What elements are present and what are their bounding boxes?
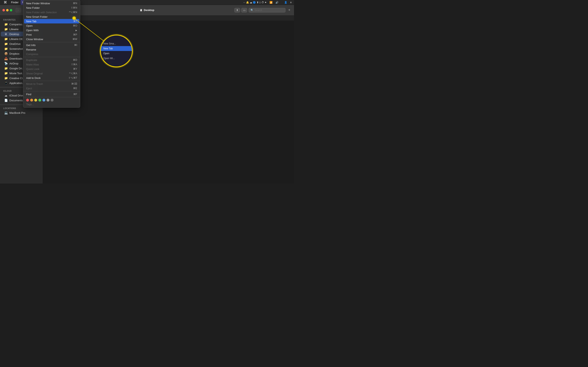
menu-open[interactable]: Open ⌘O — [23, 24, 80, 28]
menu-item-shortcut: ⌘W — [72, 38, 77, 41]
menu-item-label: New Tab — [26, 20, 36, 23]
menu-new-folder[interactable]: New Folder ⇧⌘N — [23, 6, 80, 10]
folder-icon: 📁 — [4, 37, 8, 41]
traffic-lights — [2, 9, 12, 11]
menu-item-shortcut: ⌘N — [73, 2, 77, 5]
callout-item-new-smart: New Sma... — [101, 41, 132, 46]
menu-bar-extras: ··· 🔔 ☁ 🔵 ⬆ □ ⏱ ✦ — [242, 1, 268, 4]
close-button[interactable] — [2, 9, 5, 11]
fullscreen-button[interactable] — [10, 9, 12, 11]
menu-item-shortcut: ⌘D — [73, 58, 77, 61]
tags-label[interactable]: Tags... — [23, 102, 80, 107]
menu-item-label: Show Original — [26, 72, 43, 75]
menu-divider-4 — [23, 91, 80, 91]
downloads-icon: 📥 — [4, 57, 8, 60]
menu-item-label: Quick Look — [26, 67, 39, 71]
folder-icon: 📁 — [4, 42, 8, 45]
icloud-icon: ☁ — [4, 94, 8, 97]
tag-orange[interactable] — [30, 99, 33, 101]
tag-gray2[interactable] — [51, 99, 53, 101]
folder-icon: 📁 — [4, 47, 8, 50]
menu-print[interactable]: Print ⌘P — [23, 33, 80, 37]
menu-make-alias[interactable]: Make Alias ⇧⌘A — [23, 62, 80, 67]
menu-quick-look[interactable]: Quick Look ⌘Y — [23, 67, 80, 71]
menu-compress[interactable]: Compress — [23, 52, 80, 56]
sidebar-item-label: Google Dri... — [9, 67, 24, 70]
color-tags — [23, 98, 80, 102]
file-menu-dropdown: New Finder Window ⌘N New Folder ⇧⌘N New … — [23, 0, 80, 108]
menu-rename[interactable]: Rename — [23, 47, 80, 52]
menu-finder[interactable]: Finder — [9, 0, 20, 5]
menu-move-to-trash[interactable]: Move to Trash ⌘⌫ — [23, 82, 80, 86]
sidebar-item-macbook-pro[interactable]: 💻 MacBook Pro — [1, 110, 42, 115]
toolbar-title: 🖥 Desktop — [140, 8, 154, 12]
documents-icon: 📄 — [4, 99, 8, 102]
folder-icon: 🖥 — [140, 8, 143, 12]
folder-icon: 📁 — [4, 27, 8, 31]
search-bar[interactable]: 🔍 Search — [249, 8, 285, 12]
add-tab-button[interactable]: + — [287, 8, 292, 12]
folder-icon: 📁 — [4, 67, 8, 70]
sidebar-item-label: Creative Cl... — [9, 77, 25, 80]
share-button[interactable]: ⬆ — [234, 8, 240, 12]
main-content: ☁ iCloud Drive › 🖥 Desktop — [43, 16, 294, 184]
control-center: ≡ — [289, 1, 292, 4]
menu-show-original[interactable]: Show Original ^⌥⌘A — [23, 71, 80, 76]
sidebar-item-label: Movie Tool... — [9, 72, 24, 75]
tag-red[interactable] — [26, 99, 29, 101]
back-button[interactable]: ‹ — [16, 8, 21, 12]
breadcrumb-bar: ☁ iCloud Drive › 🖥 Desktop — [43, 16, 294, 21]
sidebar-item-label: Screenshot... — [9, 47, 25, 50]
menu-item-label: Print — [26, 33, 32, 36]
menu-find[interactable]: Find ⌘F — [23, 92, 80, 96]
menu-new-finder-window[interactable]: New Finder Window ⌘N — [23, 1, 80, 6]
menu-item-label: Compress — [26, 53, 38, 56]
menu-item-label: Make Alias — [26, 63, 39, 66]
callout-circle: New Sma... New Tab Open Open Wi... — [100, 35, 133, 67]
menu-item-label: Close Window — [26, 38, 43, 41]
menu-item-label: Rename — [26, 48, 36, 51]
menu-item-shortcut: ⌘P — [73, 33, 77, 36]
apple-menu[interactable]: ⌘ — [2, 0, 9, 5]
folder-icon: 📁 — [4, 23, 8, 26]
menu-new-tab[interactable]: New Tab ⌘T — [24, 19, 79, 24]
menu-item-label: Move to Trash — [26, 82, 43, 85]
menu-item-shortcut: ⌘I — [74, 44, 77, 47]
arrange-button[interactable]: ▭ — [241, 8, 247, 12]
menu-item-shortcut: ⌘E — [73, 87, 77, 90]
dropbox-icon: 📦 — [4, 52, 8, 55]
menu-item-label: Open With — [26, 29, 39, 32]
tag-gray1[interactable] — [47, 99, 49, 101]
menu-get-info[interactable]: Get Info ⌘I — [23, 43, 80, 47]
pointer-dot — [72, 17, 76, 20]
menu-item-label: Get Info — [26, 44, 35, 47]
menu-open-with[interactable]: Open With ▶ — [23, 28, 80, 33]
volume-icon: 🔊 — [275, 1, 279, 4]
menu-item-label: New Folder — [26, 6, 40, 9]
callout-item-open-with: Open Wi... — [101, 56, 132, 61]
menu-divider-1 — [23, 42, 80, 42]
callout-item-new-tab: New Tab — [101, 46, 132, 51]
menu-close-window[interactable]: Close Window ⌘W — [23, 37, 80, 42]
menu-duplicate[interactable]: Duplicate ⌘D — [23, 58, 80, 62]
sidebar-item-label: MacBook Pro — [9, 111, 25, 114]
user-avatar: 👤 — [283, 1, 288, 4]
search-icon: 🔍 — [251, 9, 254, 12]
menu-new-folder-selection[interactable]: New Folder with Selection ^⌥⌘N — [23, 10, 80, 15]
menu-new-smart-folder[interactable]: New Smart Folder — [23, 15, 80, 19]
sidebar-item-label: iCloud Drive — [9, 94, 24, 97]
tag-green[interactable] — [38, 99, 41, 101]
menu-item-shortcut: ⇧⌥⌘T — [68, 76, 77, 79]
tag-blue[interactable] — [43, 99, 45, 101]
menu-item-shortcut: ⌘Y — [73, 67, 77, 70]
tag-yellow[interactable] — [34, 99, 37, 101]
sidebar-item-label: Application... — [9, 82, 25, 85]
macbook-icon: 💻 — [4, 111, 8, 114]
sidebar-item-label: AirDrop — [9, 62, 18, 65]
menu-item-shortcut: ⌘⌫ — [71, 82, 77, 85]
menu-eject[interactable]: Eject ⌘E — [23, 86, 80, 91]
menu-add-to-dock[interactable]: Add to Dock ⇧⌥⌘T — [23, 76, 80, 80]
sidebar-item-label: Downloads — [9, 57, 22, 60]
minimize-button[interactable] — [6, 9, 9, 11]
menu-item-label: Eject — [26, 87, 32, 90]
